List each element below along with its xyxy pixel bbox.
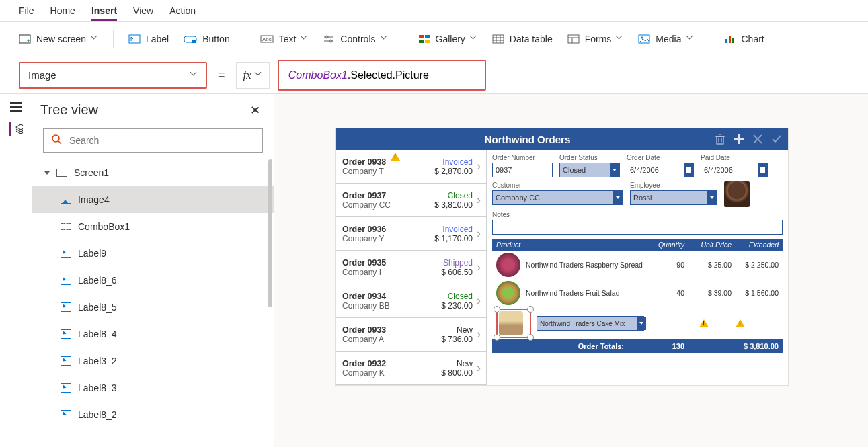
order-number: Order 0934 [342,292,441,301]
new-product-combobox[interactable]: Northwind Traders Cake Mix [537,316,644,331]
add-icon[interactable] [733,133,745,145]
order-company: Company Y [342,234,434,243]
order-number: Order 0933 [342,325,441,335]
menu-insert[interactable]: Insert [91,5,117,21]
confirm-icon[interactable] [771,133,783,145]
order-item[interactable]: Order 0932 Company K New $ 800.00 › [336,352,486,385]
tree-item[interactable]: Label3_2 [32,348,274,374]
resize-handle[interactable] [527,306,534,313]
controls-button[interactable]: Controls [323,34,387,44]
screen-icon [56,169,67,177]
menu-home[interactable]: Home [50,5,75,16]
chevron-down-icon [301,36,308,42]
dropdown-icon [610,163,619,177]
text-label: Text [279,34,297,44]
tree-item[interactable]: ComboBox1 [32,213,274,240]
employee-dropdown[interactable]: Rossi [630,190,717,205]
property-selector[interactable]: Image [19,62,207,89]
resize-handle[interactable] [494,334,500,341]
tree-item[interactable]: Image4 [32,186,274,213]
label-label: Label [146,34,169,44]
forms-button[interactable]: Forms [567,34,624,44]
search-field[interactable] [69,135,254,146]
chart-button[interactable]: Chart [724,34,764,44]
button-button[interactable]: Button [184,34,229,44]
close-panel-button[interactable]: ✕ [250,103,260,118]
col-price: Unit Price [684,241,732,249]
warning-icon [699,319,709,327]
order-item[interactable]: Order 0938 Company T Invoiced $ 2,870.00… [336,150,486,184]
workspace: Tree view ✕ Screen1 Image4 ComboBox1 Lab… [0,94,868,447]
order-number: Order 0935 [342,258,441,268]
order-price: $ 736.00 [441,335,473,344]
chevron-right-icon: › [477,327,481,341]
tree-scroll[interactable]: Screen1 Image4 ComboBox1 Label9 Label8_6… [32,159,274,447]
order-company: Company A [342,335,441,344]
tree-item-screen[interactable]: Screen1 [32,159,274,186]
tree-item-label: Image4 [78,194,110,205]
order-item[interactable]: Order 0937 Company CC Closed $ 3,810.00 … [336,184,486,217]
product-row[interactable]: Northwind Traders Raspberry Spread 90 $ … [492,251,783,279]
separator [403,30,403,48]
new-screen-button[interactable]: + New screen [19,34,98,44]
chevron-right-icon: › [477,193,481,207]
order-item[interactable]: Order 0936 Company Y Invoiced $ 1,170.00… [336,217,486,251]
control-icon [61,383,71,393]
menu-view[interactable]: View [133,5,153,16]
fx-button[interactable]: fx [236,62,270,89]
resize-handle[interactable] [527,334,534,341]
menu-action[interactable]: Action [169,5,196,16]
gallery-button[interactable]: Gallery [418,34,477,44]
order-number-field[interactable]: 0937 [492,163,553,177]
tree-item[interactable]: Label8_5 [32,294,274,321]
cancel-icon[interactable] [752,133,764,145]
label-button[interactable]: Label [128,34,169,44]
control-icon [61,410,71,419]
warning-icon [736,319,745,327]
warning-icon [391,153,400,161]
media-button[interactable]: Media [638,34,693,44]
tree-item-label: Label8_2 [78,409,117,420]
order-item[interactable]: Order 0934 Company BB Closed $ 230.00 › [336,284,486,318]
notes-field[interactable] [492,220,783,235]
expand-icon[interactable] [44,171,50,175]
svg-rect-11 [419,35,424,38]
tree-search-input[interactable] [43,128,263,153]
order-date-field[interactable]: 6/4/2006 [627,163,694,177]
tree-view-tab[interactable] [9,122,23,136]
text-button[interactable]: Abc Text [260,34,309,44]
canvas[interactable]: Northwind Orders Order 0938 Company T In… [274,94,868,447]
resize-handle[interactable] [494,306,500,313]
hamburger-icon[interactable] [10,102,22,112]
app-body: Order 0938 Company T Invoiced $ 2,870.00… [336,150,788,385]
order-status-dropdown[interactable]: Closed [559,163,620,177]
tree-item[interactable]: Label8_3 [32,374,274,401]
order-item[interactable]: Order 0933 Company A New $ 736.00 › [336,318,486,352]
tree-item[interactable]: Label9 [32,240,274,267]
delete-icon[interactable] [714,133,726,145]
customer-dropdown[interactable]: Company CC [492,190,623,205]
tree-item[interactable]: Label8_4 [32,321,274,348]
svg-text:Abc: Abc [262,36,272,42]
order-list[interactable]: Order 0938 Company T Invoiced $ 2,870.00… [336,150,487,385]
order-price: $ 230.00 [441,301,473,311]
formula-input[interactable]: ComboBox1.Selected.Picture [278,60,486,91]
product-price: $ 39.00 [684,289,732,297]
order-company: Company T [342,167,434,176]
separator [245,30,245,48]
product-ext: $ 2,250.00 [732,261,779,269]
tree-item[interactable]: Label8_6 [32,267,274,294]
data-table-button[interactable]: Data table [492,34,553,44]
scrollbar[interactable] [268,159,272,307]
paid-date-field[interactable]: 6/4/2006 [701,163,768,177]
selected-image-control[interactable] [496,309,531,338]
control-icon [61,196,71,204]
col-product: Product [496,241,644,249]
forms-icon [567,34,580,44]
tree-header: Tree view ✕ [32,102,274,126]
menu-file[interactable]: File [19,5,34,16]
product-row[interactable]: Northwind Traders Fruit Salad 40 $ 39.00… [492,279,783,307]
tree-item[interactable]: Label8_2 [32,401,274,428]
order-item[interactable]: Order 0935 Company I Shipped $ 606.50 › [336,251,486,284]
svg-line-29 [58,141,61,144]
